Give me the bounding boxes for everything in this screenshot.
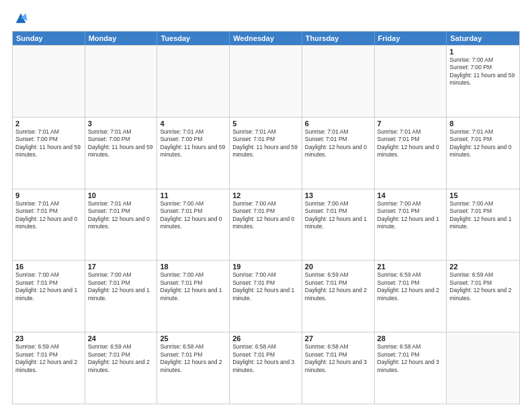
calendar-cell bbox=[13, 46, 85, 117]
page: SundayMondayTuesdayWednesdayThursdayFrid… bbox=[0, 0, 532, 411]
day-info: Sunrise: 7:01 AM Sunset: 7:01 PM Dayligh… bbox=[15, 200, 82, 231]
day-info: Sunrise: 7:00 AM Sunset: 7:01 PM Dayligh… bbox=[160, 200, 226, 231]
calendar-cell: 9Sunrise: 7:01 AM Sunset: 7:01 PM Daylig… bbox=[13, 189, 85, 261]
calendar-cell: 25Sunrise: 6:58 AM Sunset: 7:01 PM Dayli… bbox=[157, 332, 230, 404]
calendar-cell: 17Sunrise: 7:00 AM Sunset: 7:01 PM Dayli… bbox=[85, 261, 158, 332]
day-number: 21 bbox=[378, 263, 444, 271]
logo bbox=[12, 11, 28, 26]
calendar-cell: 23Sunrise: 6:59 AM Sunset: 7:01 PM Dayli… bbox=[13, 332, 85, 404]
day-number: 17 bbox=[88, 263, 154, 271]
calendar-cell: 15Sunrise: 7:00 AM Sunset: 7:01 PM Dayli… bbox=[447, 189, 519, 261]
calendar-cell bbox=[375, 46, 447, 117]
day-number: 6 bbox=[305, 120, 371, 128]
day-info: Sunrise: 6:59 AM Sunset: 7:01 PM Dayligh… bbox=[88, 343, 154, 374]
day-number: 2 bbox=[15, 120, 82, 128]
calendar-cell bbox=[447, 332, 519, 404]
day-info: Sunrise: 6:58 AM Sunset: 7:01 PM Dayligh… bbox=[378, 343, 444, 374]
day-number: 13 bbox=[305, 191, 371, 199]
day-number: 27 bbox=[305, 334, 371, 342]
day-info: Sunrise: 7:01 AM Sunset: 7:01 PM Dayligh… bbox=[88, 200, 154, 231]
day-number: 15 bbox=[449, 191, 517, 199]
calendar-cell bbox=[230, 46, 302, 117]
calendar-cell: 28Sunrise: 6:58 AM Sunset: 7:01 PM Dayli… bbox=[375, 332, 447, 404]
day-number: 1 bbox=[449, 48, 517, 56]
day-info: Sunrise: 6:59 AM Sunset: 7:01 PM Dayligh… bbox=[305, 271, 371, 302]
cal-header-cell: Sunday bbox=[13, 32, 85, 45]
day-number: 9 bbox=[15, 191, 82, 199]
day-number: 11 bbox=[160, 191, 226, 199]
calendar-cell: 5Sunrise: 7:01 AM Sunset: 7:01 PM Daylig… bbox=[230, 118, 302, 189]
calendar-cell: 21Sunrise: 6:59 AM Sunset: 7:01 PM Dayli… bbox=[375, 261, 447, 332]
calendar-week: 23Sunrise: 6:59 AM Sunset: 7:01 PM Dayli… bbox=[13, 332, 519, 404]
calendar-week: 1Sunrise: 7:00 AM Sunset: 7:00 PM Daylig… bbox=[13, 45, 519, 117]
calendar-cell: 3Sunrise: 7:01 AM Sunset: 7:00 PM Daylig… bbox=[85, 118, 158, 189]
calendar-cell: 24Sunrise: 6:59 AM Sunset: 7:01 PM Dayli… bbox=[85, 332, 158, 404]
day-number: 20 bbox=[305, 263, 371, 271]
day-info: Sunrise: 7:00 AM Sunset: 7:01 PM Dayligh… bbox=[15, 271, 82, 302]
day-info: Sunrise: 6:58 AM Sunset: 7:01 PM Dayligh… bbox=[232, 343, 299, 374]
day-number: 14 bbox=[378, 191, 444, 199]
day-number: 25 bbox=[160, 334, 226, 342]
calendar-cell: 7Sunrise: 7:01 AM Sunset: 7:01 PM Daylig… bbox=[375, 118, 447, 189]
calendar-week: 16Sunrise: 7:00 AM Sunset: 7:01 PM Dayli… bbox=[13, 260, 519, 332]
day-info: Sunrise: 6:59 AM Sunset: 7:01 PM Dayligh… bbox=[449, 271, 517, 302]
day-info: Sunrise: 6:59 AM Sunset: 7:01 PM Dayligh… bbox=[15, 343, 82, 374]
calendar-cell bbox=[157, 46, 230, 117]
day-number: 3 bbox=[88, 120, 154, 128]
day-info: Sunrise: 6:58 AM Sunset: 7:01 PM Dayligh… bbox=[305, 343, 371, 374]
day-info: Sunrise: 6:58 AM Sunset: 7:01 PM Dayligh… bbox=[160, 343, 226, 374]
day-info: Sunrise: 7:00 AM Sunset: 7:01 PM Dayligh… bbox=[88, 271, 154, 302]
day-info: Sunrise: 7:00 AM Sunset: 7:01 PM Dayligh… bbox=[378, 200, 444, 231]
day-number: 10 bbox=[88, 191, 154, 199]
day-info: Sunrise: 7:00 AM Sunset: 7:01 PM Dayligh… bbox=[232, 200, 299, 231]
day-number: 22 bbox=[449, 263, 517, 271]
calendar-cell: 18Sunrise: 7:00 AM Sunset: 7:01 PM Dayli… bbox=[157, 261, 230, 332]
calendar-cell: 19Sunrise: 7:00 AM Sunset: 7:01 PM Dayli… bbox=[230, 261, 302, 332]
cal-header-cell: Saturday bbox=[447, 32, 519, 45]
day-number: 24 bbox=[88, 334, 154, 342]
calendar-cell: 10Sunrise: 7:01 AM Sunset: 7:01 PM Dayli… bbox=[85, 189, 158, 261]
day-number: 18 bbox=[160, 263, 226, 271]
day-info: Sunrise: 6:59 AM Sunset: 7:01 PM Dayligh… bbox=[378, 271, 444, 302]
day-number: 7 bbox=[378, 120, 444, 128]
calendar-cell: 13Sunrise: 7:00 AM Sunset: 7:01 PM Dayli… bbox=[302, 189, 375, 261]
day-info: Sunrise: 7:00 AM Sunset: 7:01 PM Dayligh… bbox=[305, 200, 371, 231]
day-info: Sunrise: 7:01 AM Sunset: 7:00 PM Dayligh… bbox=[15, 128, 82, 159]
day-number: 19 bbox=[232, 263, 299, 271]
day-number: 23 bbox=[15, 334, 82, 342]
cal-header-cell: Friday bbox=[375, 32, 447, 45]
calendar-cell: 14Sunrise: 7:00 AM Sunset: 7:01 PM Dayli… bbox=[375, 189, 447, 261]
calendar-cell: 6Sunrise: 7:01 AM Sunset: 7:01 PM Daylig… bbox=[302, 118, 375, 189]
cal-header-cell: Thursday bbox=[302, 32, 375, 45]
calendar-body: 1Sunrise: 7:00 AM Sunset: 7:00 PM Daylig… bbox=[13, 45, 519, 404]
calendar-cell: 22Sunrise: 6:59 AM Sunset: 7:01 PM Dayli… bbox=[447, 261, 519, 332]
day-number: 4 bbox=[160, 120, 226, 128]
day-number: 16 bbox=[15, 263, 82, 271]
day-info: Sunrise: 7:01 AM Sunset: 7:01 PM Dayligh… bbox=[305, 128, 371, 159]
day-info: Sunrise: 7:01 AM Sunset: 7:00 PM Dayligh… bbox=[88, 128, 154, 159]
calendar: SundayMondayTuesdayWednesdayThursdayFrid… bbox=[12, 31, 520, 404]
calendar-cell: 12Sunrise: 7:00 AM Sunset: 7:01 PM Dayli… bbox=[230, 189, 302, 261]
cal-header-cell: Wednesday bbox=[230, 32, 302, 45]
day-info: Sunrise: 7:00 AM Sunset: 7:01 PM Dayligh… bbox=[449, 200, 517, 231]
cal-header-cell: Tuesday bbox=[157, 32, 230, 45]
cal-header-cell: Monday bbox=[85, 32, 158, 45]
calendar-cell: 11Sunrise: 7:00 AM Sunset: 7:01 PM Dayli… bbox=[157, 189, 230, 261]
calendar-cell: 2Sunrise: 7:01 AM Sunset: 7:00 PM Daylig… bbox=[13, 118, 85, 189]
calendar-cell bbox=[85, 46, 158, 117]
day-number: 28 bbox=[378, 334, 444, 342]
day-info: Sunrise: 7:01 AM Sunset: 7:00 PM Dayligh… bbox=[160, 128, 226, 159]
calendar-cell: 26Sunrise: 6:58 AM Sunset: 7:01 PM Dayli… bbox=[230, 332, 302, 404]
calendar-cell: 8Sunrise: 7:01 AM Sunset: 7:01 PM Daylig… bbox=[447, 118, 519, 189]
day-info: Sunrise: 7:01 AM Sunset: 7:01 PM Dayligh… bbox=[378, 128, 444, 159]
calendar-cell: 27Sunrise: 6:58 AM Sunset: 7:01 PM Dayli… bbox=[302, 332, 375, 404]
day-number: 5 bbox=[232, 120, 299, 128]
day-info: Sunrise: 7:00 AM Sunset: 7:00 PM Dayligh… bbox=[449, 56, 517, 87]
calendar-week: 9Sunrise: 7:01 AM Sunset: 7:01 PM Daylig… bbox=[13, 189, 519, 261]
day-number: 8 bbox=[449, 120, 517, 128]
day-number: 26 bbox=[232, 334, 299, 342]
calendar-cell bbox=[302, 46, 375, 117]
calendar-cell: 20Sunrise: 6:59 AM Sunset: 7:01 PM Dayli… bbox=[302, 261, 375, 332]
calendar-week: 2Sunrise: 7:01 AM Sunset: 7:00 PM Daylig… bbox=[13, 117, 519, 189]
calendar-cell: 1Sunrise: 7:00 AM Sunset: 7:00 PM Daylig… bbox=[447, 46, 519, 117]
